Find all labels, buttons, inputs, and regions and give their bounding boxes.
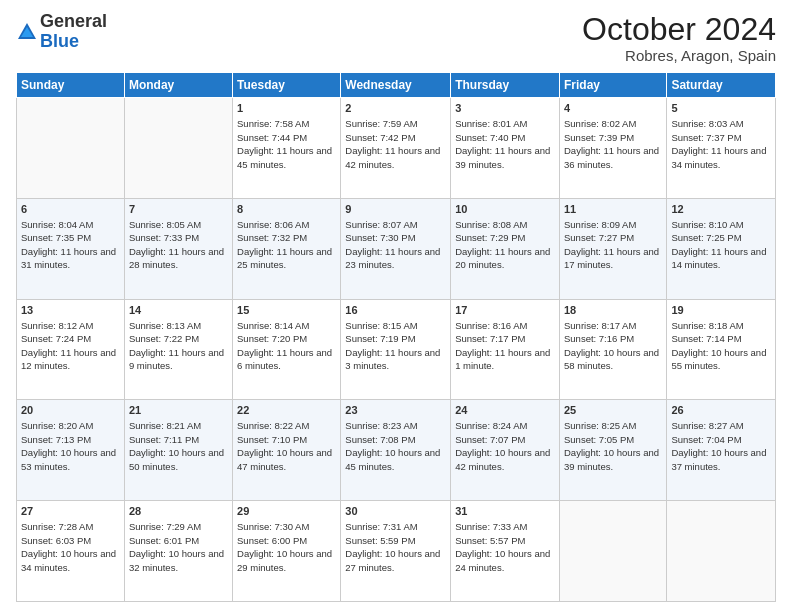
day-info: Sunrise: 7:30 AM Sunset: 6:00 PM Dayligh… [237, 521, 332, 573]
day-number: 10 [455, 202, 555, 217]
day-number: 15 [237, 303, 336, 318]
day-number: 14 [129, 303, 228, 318]
day-info: Sunrise: 8:27 AM Sunset: 7:04 PM Dayligh… [671, 420, 766, 472]
day-number: 9 [345, 202, 446, 217]
day-number: 22 [237, 403, 336, 418]
day-number: 29 [237, 504, 336, 519]
day-number: 4 [564, 101, 662, 116]
day-number: 17 [455, 303, 555, 318]
day-info: Sunrise: 8:09 AM Sunset: 7:27 PM Dayligh… [564, 219, 659, 271]
day-number: 26 [671, 403, 771, 418]
day-number: 28 [129, 504, 228, 519]
day-number: 24 [455, 403, 555, 418]
day-number: 25 [564, 403, 662, 418]
table-row: 7Sunrise: 8:05 AM Sunset: 7:33 PM Daylig… [124, 198, 232, 299]
day-number: 18 [564, 303, 662, 318]
day-info: Sunrise: 8:18 AM Sunset: 7:14 PM Dayligh… [671, 320, 766, 372]
table-row: 19Sunrise: 8:18 AM Sunset: 7:14 PM Dayli… [667, 299, 776, 400]
day-info: Sunrise: 8:16 AM Sunset: 7:17 PM Dayligh… [455, 320, 550, 372]
table-row: 11Sunrise: 8:09 AM Sunset: 7:27 PM Dayli… [559, 198, 666, 299]
table-row: 6Sunrise: 8:04 AM Sunset: 7:35 PM Daylig… [17, 198, 125, 299]
day-info: Sunrise: 8:01 AM Sunset: 7:40 PM Dayligh… [455, 118, 550, 170]
table-row: 4Sunrise: 8:02 AM Sunset: 7:39 PM Daylig… [559, 98, 666, 199]
table-row: 22Sunrise: 8:22 AM Sunset: 7:10 PM Dayli… [233, 400, 341, 501]
day-info: Sunrise: 8:13 AM Sunset: 7:22 PM Dayligh… [129, 320, 224, 372]
table-row [17, 98, 125, 199]
logo: General Blue [16, 12, 107, 52]
table-row: 30Sunrise: 7:31 AM Sunset: 5:59 PM Dayli… [341, 501, 451, 602]
table-row: 25Sunrise: 8:25 AM Sunset: 7:05 PM Dayli… [559, 400, 666, 501]
day-number: 27 [21, 504, 120, 519]
day-info: Sunrise: 7:58 AM Sunset: 7:44 PM Dayligh… [237, 118, 332, 170]
day-info: Sunrise: 8:02 AM Sunset: 7:39 PM Dayligh… [564, 118, 659, 170]
calendar-week-row: 13Sunrise: 8:12 AM Sunset: 7:24 PM Dayli… [17, 299, 776, 400]
weekday-wednesday: Wednesday [341, 73, 451, 98]
table-row: 12Sunrise: 8:10 AM Sunset: 7:25 PM Dayli… [667, 198, 776, 299]
page: General Blue October 2024 Robres, Aragon… [0, 0, 792, 612]
table-row: 27Sunrise: 7:28 AM Sunset: 6:03 PM Dayli… [17, 501, 125, 602]
table-row: 23Sunrise: 8:23 AM Sunset: 7:08 PM Dayli… [341, 400, 451, 501]
day-number: 8 [237, 202, 336, 217]
day-info: Sunrise: 7:28 AM Sunset: 6:03 PM Dayligh… [21, 521, 116, 573]
calendar-week-row: 1Sunrise: 7:58 AM Sunset: 7:44 PM Daylig… [17, 98, 776, 199]
day-info: Sunrise: 8:10 AM Sunset: 7:25 PM Dayligh… [671, 219, 766, 271]
weekday-sunday: Sunday [17, 73, 125, 98]
day-number: 2 [345, 101, 446, 116]
weekday-saturday: Saturday [667, 73, 776, 98]
day-info: Sunrise: 8:23 AM Sunset: 7:08 PM Dayligh… [345, 420, 440, 472]
calendar-week-row: 20Sunrise: 8:20 AM Sunset: 7:13 PM Dayli… [17, 400, 776, 501]
table-row: 28Sunrise: 7:29 AM Sunset: 6:01 PM Dayli… [124, 501, 232, 602]
table-row: 26Sunrise: 8:27 AM Sunset: 7:04 PM Dayli… [667, 400, 776, 501]
day-info: Sunrise: 8:20 AM Sunset: 7:13 PM Dayligh… [21, 420, 116, 472]
table-row: 1Sunrise: 7:58 AM Sunset: 7:44 PM Daylig… [233, 98, 341, 199]
table-row [559, 501, 666, 602]
weekday-thursday: Thursday [451, 73, 560, 98]
day-info: Sunrise: 8:15 AM Sunset: 7:19 PM Dayligh… [345, 320, 440, 372]
day-info: Sunrise: 8:25 AM Sunset: 7:05 PM Dayligh… [564, 420, 659, 472]
table-row: 17Sunrise: 8:16 AM Sunset: 7:17 PM Dayli… [451, 299, 560, 400]
weekday-header-row: Sunday Monday Tuesday Wednesday Thursday… [17, 73, 776, 98]
day-number: 31 [455, 504, 555, 519]
day-info: Sunrise: 7:31 AM Sunset: 5:59 PM Dayligh… [345, 521, 440, 573]
day-number: 12 [671, 202, 771, 217]
title-location: Robres, Aragon, Spain [582, 47, 776, 64]
table-row [124, 98, 232, 199]
day-number: 13 [21, 303, 120, 318]
table-row: 18Sunrise: 8:17 AM Sunset: 7:16 PM Dayli… [559, 299, 666, 400]
title-block: October 2024 Robres, Aragon, Spain [582, 12, 776, 64]
table-row [667, 501, 776, 602]
table-row: 9Sunrise: 8:07 AM Sunset: 7:30 PM Daylig… [341, 198, 451, 299]
table-row: 13Sunrise: 8:12 AM Sunset: 7:24 PM Dayli… [17, 299, 125, 400]
day-number: 3 [455, 101, 555, 116]
table-row: 29Sunrise: 7:30 AM Sunset: 6:00 PM Dayli… [233, 501, 341, 602]
day-info: Sunrise: 8:22 AM Sunset: 7:10 PM Dayligh… [237, 420, 332, 472]
day-info: Sunrise: 8:06 AM Sunset: 7:32 PM Dayligh… [237, 219, 332, 271]
table-row: 14Sunrise: 8:13 AM Sunset: 7:22 PM Dayli… [124, 299, 232, 400]
table-row: 2Sunrise: 7:59 AM Sunset: 7:42 PM Daylig… [341, 98, 451, 199]
logo-blue: Blue [40, 32, 107, 52]
day-number: 5 [671, 101, 771, 116]
day-info: Sunrise: 8:08 AM Sunset: 7:29 PM Dayligh… [455, 219, 550, 271]
weekday-friday: Friday [559, 73, 666, 98]
calendar-week-row: 27Sunrise: 7:28 AM Sunset: 6:03 PM Dayli… [17, 501, 776, 602]
day-number: 23 [345, 403, 446, 418]
calendar: Sunday Monday Tuesday Wednesday Thursday… [16, 72, 776, 602]
day-info: Sunrise: 8:07 AM Sunset: 7:30 PM Dayligh… [345, 219, 440, 271]
table-row: 10Sunrise: 8:08 AM Sunset: 7:29 PM Dayli… [451, 198, 560, 299]
day-number: 21 [129, 403, 228, 418]
table-row: 8Sunrise: 8:06 AM Sunset: 7:32 PM Daylig… [233, 198, 341, 299]
table-row: 15Sunrise: 8:14 AM Sunset: 7:20 PM Dayli… [233, 299, 341, 400]
day-number: 1 [237, 101, 336, 116]
logo-icon [16, 21, 38, 43]
day-info: Sunrise: 8:24 AM Sunset: 7:07 PM Dayligh… [455, 420, 550, 472]
table-row: 5Sunrise: 8:03 AM Sunset: 7:37 PM Daylig… [667, 98, 776, 199]
day-info: Sunrise: 8:12 AM Sunset: 7:24 PM Dayligh… [21, 320, 116, 372]
day-number: 11 [564, 202, 662, 217]
calendar-week-row: 6Sunrise: 8:04 AM Sunset: 7:35 PM Daylig… [17, 198, 776, 299]
day-number: 7 [129, 202, 228, 217]
day-info: Sunrise: 7:33 AM Sunset: 5:57 PM Dayligh… [455, 521, 550, 573]
day-info: Sunrise: 7:59 AM Sunset: 7:42 PM Dayligh… [345, 118, 440, 170]
table-row: 31Sunrise: 7:33 AM Sunset: 5:57 PM Dayli… [451, 501, 560, 602]
header: General Blue October 2024 Robres, Aragon… [16, 12, 776, 64]
day-info: Sunrise: 8:05 AM Sunset: 7:33 PM Dayligh… [129, 219, 224, 271]
